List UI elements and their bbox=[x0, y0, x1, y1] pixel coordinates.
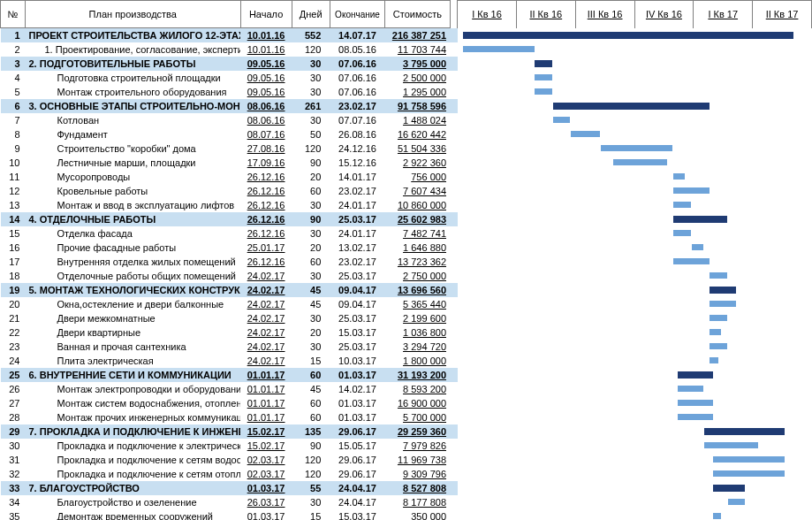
gantt-cell bbox=[458, 255, 812, 269]
table-row: 256. ВНУТРЕННИЕ СЕТИ И КОММУНИКАЦИИ01.01… bbox=[1, 368, 812, 382]
gantt-cell bbox=[458, 141, 812, 156]
table-row: 21Двери межкомнатные24.02.173025.03.172 … bbox=[1, 311, 812, 325]
end-date: 14.07.17 bbox=[330, 28, 384, 43]
task-name: Монтаж прочих инженерных коммуникаций bbox=[26, 410, 241, 424]
row-number: 34 bbox=[1, 495, 26, 509]
start-date: 24.02.17 bbox=[240, 340, 292, 354]
gantt-cell bbox=[458, 467, 812, 481]
task-name: Подготовка строительной площадки bbox=[26, 71, 241, 85]
duration-days: 15 bbox=[292, 354, 330, 368]
gap bbox=[450, 1, 458, 28]
gantt-bar bbox=[673, 187, 709, 194]
row-number: 17 bbox=[1, 255, 26, 269]
cost: 1 295 000 bbox=[385, 85, 450, 99]
gantt-bar bbox=[713, 485, 746, 492]
task-name: Двери квартирные bbox=[26, 325, 241, 340]
end-date: 24.12.16 bbox=[330, 141, 384, 156]
duration-days: 30 bbox=[292, 226, 330, 241]
gantt-cell bbox=[458, 481, 812, 495]
gantt-cell bbox=[458, 283, 812, 297]
gap bbox=[450, 410, 458, 424]
duration-days: 30 bbox=[292, 71, 330, 85]
task-name: Благоустройство и озеленение bbox=[26, 495, 241, 509]
duration-days: 120 bbox=[292, 141, 330, 156]
gantt-cell bbox=[458, 99, 812, 113]
task-name: Котлован bbox=[26, 113, 241, 127]
table-row: 22Двери квартирные24.02.172015.03.171 03… bbox=[1, 325, 812, 340]
gap bbox=[450, 99, 458, 113]
gap bbox=[450, 495, 458, 509]
gantt-bar bbox=[535, 74, 552, 80]
duration-days: 45 bbox=[292, 297, 330, 311]
start-date: 17.09.16 bbox=[240, 156, 292, 170]
table-row: 195. МОНТАЖ ТЕХНОЛОГИЧЕСКИХ КОНСТРУКЦИЙ2… bbox=[1, 283, 812, 297]
start-date: 26.03.17 bbox=[240, 495, 292, 509]
gantt-bar bbox=[692, 244, 703, 250]
end-date: 24.01.17 bbox=[330, 226, 384, 241]
row-number: 8 bbox=[1, 127, 26, 141]
start-date: 26.12.16 bbox=[240, 198, 292, 212]
table-row: 337. БЛАГОУСТРОЙСТВО01.03.175524.04.178 … bbox=[1, 481, 812, 495]
end-date: 07.06.16 bbox=[330, 85, 384, 99]
table-row: 9Строительство "коробки" дома27.08.16120… bbox=[1, 141, 812, 156]
task-name: Демонтаж временных сооружений bbox=[26, 509, 241, 520]
gantt-bar bbox=[710, 301, 736, 307]
duration-days: 30 bbox=[292, 113, 330, 127]
gantt-cell bbox=[458, 297, 812, 311]
start-date: 24.02.17 bbox=[240, 269, 292, 283]
duration-days: 45 bbox=[292, 283, 330, 297]
gantt-bar bbox=[710, 343, 727, 349]
duration-days: 60 bbox=[292, 396, 330, 410]
task-name: Окна,остекление и двери балконные bbox=[26, 297, 241, 311]
cost: 2 922 360 bbox=[385, 156, 450, 170]
end-date: 13.02.17 bbox=[330, 241, 384, 255]
table-row: 5Монтаж строительного оборудования09.05.… bbox=[1, 85, 812, 99]
table-row: 4Подготовка строительной площадки09.05.1… bbox=[1, 71, 812, 85]
table-row: 31Прокладка и подключение к сетям водосн… bbox=[1, 453, 812, 467]
cost: 5 365 440 bbox=[385, 297, 450, 311]
gap bbox=[450, 439, 458, 453]
gantt-cell bbox=[458, 226, 812, 241]
gantt-bar bbox=[673, 173, 685, 180]
duration-days: 261 bbox=[292, 99, 330, 113]
table-row: 21. Проектирование, согласование, экспер… bbox=[1, 42, 812, 57]
duration-days: 30 bbox=[292, 57, 330, 71]
row-number: 7 bbox=[1, 113, 26, 127]
gap bbox=[450, 297, 458, 311]
gap bbox=[450, 255, 458, 269]
gantt-bar bbox=[710, 272, 727, 279]
duration-days: 60 bbox=[292, 410, 330, 424]
gantt-bar bbox=[535, 88, 552, 95]
cost: 91 758 596 bbox=[385, 99, 450, 113]
cost: 13 723 362 bbox=[385, 255, 450, 269]
task-name: Монтаж электропроводки и оборудования bbox=[26, 382, 241, 396]
duration-days: 30 bbox=[292, 340, 330, 354]
gantt-cell bbox=[458, 127, 812, 141]
row-number: 16 bbox=[1, 241, 26, 255]
task-name: Прокладка и подключение к электрическим … bbox=[26, 439, 241, 453]
gantt-cell bbox=[458, 113, 812, 127]
end-date: 07.06.16 bbox=[330, 71, 384, 85]
task-name: Мусоропроводы bbox=[26, 170, 241, 184]
gap bbox=[450, 198, 458, 212]
col-q2-17: II Кв 17 bbox=[753, 1, 812, 28]
cost: 2 750 000 bbox=[385, 269, 450, 283]
duration-days: 50 bbox=[292, 127, 330, 141]
duration-days: 60 bbox=[292, 255, 330, 269]
gantt-cell bbox=[458, 241, 812, 255]
gantt-cell bbox=[458, 495, 812, 509]
start-date: 10.01.16 bbox=[240, 28, 292, 43]
duration-days: 20 bbox=[292, 241, 330, 255]
row-number: 12 bbox=[1, 184, 26, 198]
cost: 31 193 200 bbox=[385, 368, 450, 382]
gantt-bar bbox=[710, 357, 718, 363]
duration-days: 20 bbox=[292, 170, 330, 184]
gap bbox=[450, 283, 458, 297]
start-date: 10.01.16 bbox=[240, 42, 292, 57]
gap bbox=[450, 453, 458, 467]
gantt-bar bbox=[710, 287, 736, 294]
gantt-cell bbox=[458, 212, 812, 226]
row-number: 28 bbox=[1, 410, 26, 424]
gap bbox=[450, 57, 458, 71]
gantt-cell bbox=[458, 382, 812, 396]
